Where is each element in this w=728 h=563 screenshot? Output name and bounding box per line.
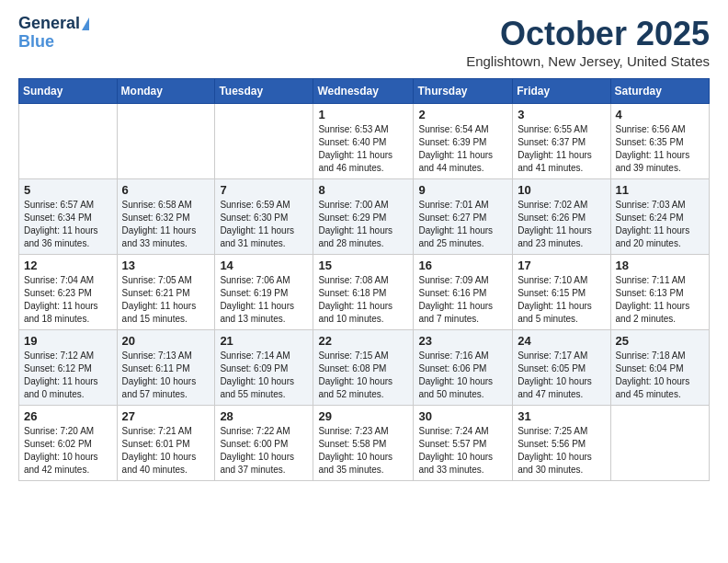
day-number: 3 xyxy=(518,108,605,121)
logo-triangle-icon xyxy=(82,17,89,30)
day-cell: 31Sunrise: 7:25 AMSunset: 5:56 PMDayligh… xyxy=(513,406,610,481)
week-row-1: 5Sunrise: 6:57 AMSunset: 6:34 PMDaylight… xyxy=(19,179,710,255)
col-sunday: Sunday xyxy=(19,79,118,104)
day-number: 22 xyxy=(318,334,408,348)
logo-general: General xyxy=(18,15,80,33)
day-info: Sunrise: 7:08 AMSunset: 6:18 PMDaylight:… xyxy=(318,274,408,326)
day-number: 14 xyxy=(220,259,308,272)
day-info: Sunrise: 6:56 AMSunset: 6:35 PMDaylight:… xyxy=(616,123,704,175)
day-cell: 25Sunrise: 7:18 AMSunset: 6:04 PMDayligh… xyxy=(610,330,709,406)
day-info: Sunrise: 7:04 AMSunset: 6:23 PMDaylight:… xyxy=(24,274,112,326)
day-cell: 8Sunrise: 7:00 AMSunset: 6:29 PMDaylight… xyxy=(313,179,414,255)
day-info: Sunrise: 7:09 AMSunset: 6:16 PMDaylight:… xyxy=(418,274,507,326)
day-number: 9 xyxy=(418,183,507,197)
col-wednesday: Wednesday xyxy=(313,79,414,104)
day-info: Sunrise: 7:18 AMSunset: 6:04 PMDaylight:… xyxy=(616,350,704,401)
day-cell: 28Sunrise: 7:22 AMSunset: 6:00 PMDayligh… xyxy=(215,406,313,481)
day-info: Sunrise: 7:03 AMSunset: 6:24 PMDaylight:… xyxy=(616,199,704,250)
day-number: 17 xyxy=(518,259,605,272)
day-info: Sunrise: 7:22 AMSunset: 6:00 PMDaylight:… xyxy=(220,425,308,477)
calendar-subtitle: Englishtown, New Jersey, United States xyxy=(466,53,710,69)
day-info: Sunrise: 7:00 AMSunset: 6:29 PMDaylight:… xyxy=(318,199,408,250)
day-cell xyxy=(19,104,118,179)
day-cell: 14Sunrise: 7:06 AMSunset: 6:19 PMDayligh… xyxy=(215,255,313,330)
day-info: Sunrise: 7:02 AMSunset: 6:26 PMDaylight:… xyxy=(518,199,605,250)
day-info: Sunrise: 6:53 AMSunset: 6:40 PMDaylight:… xyxy=(318,123,408,175)
day-number: 28 xyxy=(220,409,308,423)
day-cell: 17Sunrise: 7:10 AMSunset: 6:15 PMDayligh… xyxy=(513,255,610,330)
day-cell: 11Sunrise: 7:03 AMSunset: 6:24 PMDayligh… xyxy=(610,179,709,255)
day-number: 2 xyxy=(418,108,507,121)
day-number: 6 xyxy=(122,183,210,197)
week-row-2: 12Sunrise: 7:04 AMSunset: 6:23 PMDayligh… xyxy=(19,255,710,330)
col-saturday: Saturday xyxy=(610,79,709,104)
day-number: 11 xyxy=(616,183,704,197)
day-info: Sunrise: 7:21 AMSunset: 6:01 PMDaylight:… xyxy=(122,425,210,477)
calendar-table: Sunday Monday Tuesday Wednesday Thursday… xyxy=(18,78,710,481)
day-number: 5 xyxy=(24,183,112,197)
day-number: 27 xyxy=(122,409,210,423)
day-cell: 20Sunrise: 7:13 AMSunset: 6:11 PMDayligh… xyxy=(117,330,215,406)
day-info: Sunrise: 7:14 AMSunset: 6:09 PMDaylight:… xyxy=(220,350,308,401)
day-info: Sunrise: 7:10 AMSunset: 6:15 PMDaylight:… xyxy=(518,274,605,326)
day-number: 20 xyxy=(122,334,210,348)
day-number: 21 xyxy=(220,334,308,348)
col-monday: Monday xyxy=(117,79,215,104)
day-info: Sunrise: 6:58 AMSunset: 6:32 PMDaylight:… xyxy=(122,199,210,250)
day-info: Sunrise: 6:59 AMSunset: 6:30 PMDaylight:… xyxy=(220,199,308,250)
day-info: Sunrise: 7:01 AMSunset: 6:27 PMDaylight:… xyxy=(418,199,507,250)
day-cell: 4Sunrise: 6:56 AMSunset: 6:35 PMDaylight… xyxy=(610,104,709,179)
day-number: 30 xyxy=(418,409,507,423)
day-info: Sunrise: 7:06 AMSunset: 6:19 PMDaylight:… xyxy=(220,274,308,326)
col-thursday: Thursday xyxy=(414,79,513,104)
day-number: 25 xyxy=(616,334,704,348)
day-info: Sunrise: 6:57 AMSunset: 6:34 PMDaylight:… xyxy=(24,199,112,250)
day-cell: 10Sunrise: 7:02 AMSunset: 6:26 PMDayligh… xyxy=(513,179,610,255)
day-cell: 18Sunrise: 7:11 AMSunset: 6:13 PMDayligh… xyxy=(610,255,709,330)
day-cell: 24Sunrise: 7:17 AMSunset: 6:05 PMDayligh… xyxy=(513,330,610,406)
week-row-0: 1Sunrise: 6:53 AMSunset: 6:40 PMDaylight… xyxy=(19,104,710,179)
day-cell: 29Sunrise: 7:23 AMSunset: 5:58 PMDayligh… xyxy=(313,406,414,481)
day-info: Sunrise: 7:25 AMSunset: 5:56 PMDaylight:… xyxy=(518,425,605,477)
day-info: Sunrise: 7:15 AMSunset: 6:08 PMDaylight:… xyxy=(318,350,408,401)
header-row: Sunday Monday Tuesday Wednesday Thursday… xyxy=(19,79,710,104)
day-info: Sunrise: 7:20 AMSunset: 6:02 PMDaylight:… xyxy=(24,425,112,477)
title-section: October 2025 Englishtown, New Jersey, Un… xyxy=(466,15,710,69)
day-info: Sunrise: 7:17 AMSunset: 6:05 PMDaylight:… xyxy=(518,350,605,401)
day-cell: 6Sunrise: 6:58 AMSunset: 6:32 PMDaylight… xyxy=(117,179,215,255)
day-number: 26 xyxy=(24,409,112,423)
day-cell: 21Sunrise: 7:14 AMSunset: 6:09 PMDayligh… xyxy=(215,330,313,406)
day-info: Sunrise: 7:05 AMSunset: 6:21 PMDaylight:… xyxy=(122,274,210,326)
day-cell xyxy=(117,104,215,179)
day-cell: 3Sunrise: 6:55 AMSunset: 6:37 PMDaylight… xyxy=(513,104,610,179)
day-cell: 1Sunrise: 6:53 AMSunset: 6:40 PMDaylight… xyxy=(313,104,414,179)
day-cell: 27Sunrise: 7:21 AMSunset: 6:01 PMDayligh… xyxy=(117,406,215,481)
day-cell: 9Sunrise: 7:01 AMSunset: 6:27 PMDaylight… xyxy=(414,179,513,255)
day-number: 8 xyxy=(318,183,408,197)
day-number: 1 xyxy=(318,108,408,121)
day-number: 18 xyxy=(616,259,704,272)
day-info: Sunrise: 7:16 AMSunset: 6:06 PMDaylight:… xyxy=(418,350,507,401)
col-tuesday: Tuesday xyxy=(215,79,313,104)
day-number: 29 xyxy=(318,409,408,423)
day-number: 19 xyxy=(24,334,112,348)
day-info: Sunrise: 7:11 AMSunset: 6:13 PMDaylight:… xyxy=(616,274,704,326)
day-number: 13 xyxy=(122,259,210,272)
day-info: Sunrise: 6:55 AMSunset: 6:37 PMDaylight:… xyxy=(518,123,605,175)
logo-blue: Blue xyxy=(18,33,54,52)
day-cell: 15Sunrise: 7:08 AMSunset: 6:18 PMDayligh… xyxy=(313,255,414,330)
calendar-title: October 2025 xyxy=(466,15,710,53)
week-row-3: 19Sunrise: 7:12 AMSunset: 6:12 PMDayligh… xyxy=(19,330,710,406)
logo: General Blue xyxy=(18,15,89,52)
day-number: 24 xyxy=(518,334,605,348)
day-number: 4 xyxy=(616,108,704,121)
day-number: 12 xyxy=(24,259,112,272)
day-cell: 23Sunrise: 7:16 AMSunset: 6:06 PMDayligh… xyxy=(414,330,513,406)
day-number: 10 xyxy=(518,183,605,197)
day-cell: 2Sunrise: 6:54 AMSunset: 6:39 PMDaylight… xyxy=(414,104,513,179)
day-cell: 26Sunrise: 7:20 AMSunset: 6:02 PMDayligh… xyxy=(19,406,118,481)
day-info: Sunrise: 7:12 AMSunset: 6:12 PMDaylight:… xyxy=(24,350,112,401)
day-cell: 12Sunrise: 7:04 AMSunset: 6:23 PMDayligh… xyxy=(19,255,118,330)
day-number: 15 xyxy=(318,259,408,272)
day-cell: 22Sunrise: 7:15 AMSunset: 6:08 PMDayligh… xyxy=(313,330,414,406)
